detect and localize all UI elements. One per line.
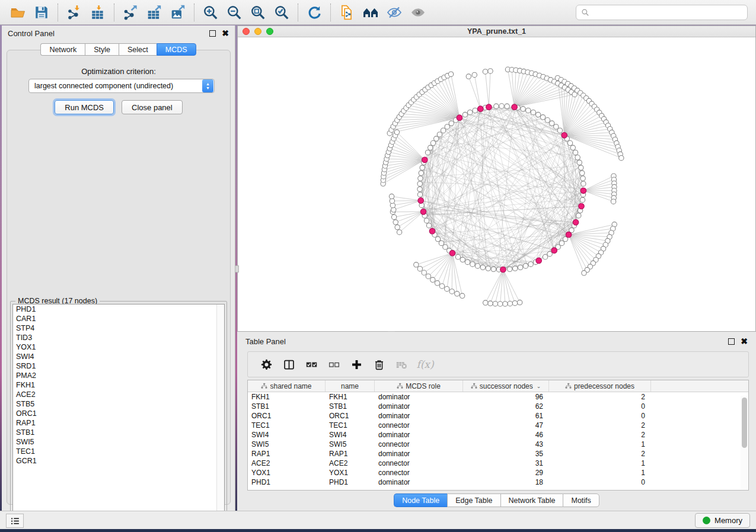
graph-leaf-node[interactable] — [619, 155, 624, 160]
graph-hub-node[interactable] — [429, 228, 435, 234]
graph-node[interactable] — [499, 104, 504, 108]
graph-node[interactable] — [455, 255, 460, 259]
hide-selected-button[interactable] — [382, 2, 406, 23]
graph-node[interactable] — [418, 176, 423, 181]
mcds-result-item[interactable]: PMA2 — [13, 371, 224, 380]
graph-node[interactable] — [579, 165, 583, 170]
graph-leaf-node[interactable] — [488, 69, 493, 73]
mcds-result-item[interactable]: SWI5 — [13, 437, 224, 447]
graph-node[interactable] — [523, 264, 528, 268]
graph-node[interactable] — [426, 223, 431, 227]
graph-leaf-node[interactable] — [422, 270, 426, 275]
graph-leaf-node[interactable] — [466, 74, 471, 79]
graph-leaf-node[interactable] — [393, 220, 398, 225]
tab-select[interactable]: Select — [119, 43, 157, 56]
mcds-result-item[interactable]: PHD1 — [13, 305, 224, 314]
zoom-in-button[interactable] — [199, 2, 222, 23]
mcds-result-item[interactable]: YOX1 — [13, 342, 224, 352]
graph-node[interactable] — [434, 136, 439, 141]
graph-leaf-node[interactable] — [426, 274, 430, 278]
graph-node[interactable] — [460, 257, 465, 262]
graph-leaf-node[interactable] — [517, 300, 522, 305]
graph-leaf-node[interactable] — [493, 302, 497, 306]
mcds-result-item[interactable]: RAP1 — [13, 418, 224, 428]
graph-hub-node[interactable] — [566, 232, 572, 238]
mcds-result-item[interactable]: STB1 — [13, 428, 224, 437]
graph-leaf-node[interactable] — [503, 302, 508, 306]
graph-node[interactable] — [424, 218, 429, 223]
graph-hub-node[interactable] — [457, 115, 462, 121]
optimization-criterion-select[interactable]: largest connected component (undirected)… — [28, 79, 215, 93]
add-button[interactable] — [345, 355, 368, 374]
graph-node[interactable] — [480, 265, 485, 270]
graph-leaf-node[interactable] — [512, 301, 517, 306]
graph-node[interactable] — [473, 108, 477, 113]
graph-node[interactable] — [441, 128, 445, 133]
mcds-result-item[interactable]: STP4 — [13, 323, 224, 333]
search-box[interactable] — [576, 5, 748, 20]
column-header-predecessor-nodes[interactable]: predecessor nodes — [549, 380, 651, 392]
graph-leaf-node[interactable] — [391, 214, 396, 219]
graph-node[interactable] — [540, 115, 545, 120]
mcds-result-item[interactable]: SRD1 — [13, 361, 224, 371]
node-table[interactable]: shared namenameMCDS rolesuccessor nodes⌄… — [247, 380, 749, 491]
graph-node[interactable] — [531, 110, 535, 115]
export-image-button[interactable] — [166, 2, 190, 23]
select-all-button[interactable] — [300, 355, 323, 374]
float-table-panel-icon[interactable] — [728, 338, 735, 345]
table-row[interactable]: FKH1FKH1dominator962 — [248, 392, 748, 402]
save-session-button[interactable] — [30, 2, 53, 23]
graph-node[interactable] — [430, 140, 435, 145]
graph-node[interactable] — [491, 267, 496, 271]
tab-motifs[interactable]: Motifs — [563, 493, 599, 507]
delete-table-button[interactable] — [390, 355, 413, 374]
tab-node-table[interactable]: Node Table — [394, 493, 447, 507]
first-neighbors-button[interactable] — [359, 2, 382, 23]
table-row[interactable]: TEC1TEC1connector472 — [248, 421, 748, 430]
graph-leaf-node[interactable] — [488, 301, 493, 306]
graph-node[interactable] — [575, 155, 580, 160]
graph-hub-node[interactable] — [536, 258, 542, 264]
graph-hub-node[interactable] — [512, 104, 518, 110]
table-row[interactable]: RAP1RAP1dominator352 — [248, 449, 748, 459]
graph-node[interactable] — [486, 266, 490, 271]
float-panel-icon[interactable] — [209, 30, 216, 37]
graph-node[interactable] — [526, 108, 531, 113]
graph-leaf-node[interactable] — [449, 289, 454, 294]
graph-node[interactable] — [445, 124, 449, 129]
function-button[interactable]: f(x) — [413, 355, 435, 374]
network-window-titlebar[interactable]: YPA_prune.txt_1 — [238, 26, 755, 37]
tab-style[interactable]: Style — [85, 43, 119, 56]
export-table-button[interactable] — [142, 2, 166, 23]
column-header-name[interactable]: name — [326, 380, 375, 392]
graph-node[interactable] — [417, 187, 422, 191]
close-table-panel-icon[interactable]: ✖ — [741, 338, 748, 345]
task-history-button[interactable] — [6, 514, 24, 528]
graph-node[interactable] — [573, 150, 578, 155]
graph-leaf-node[interactable] — [455, 291, 460, 296]
graph-leaf-node[interactable] — [430, 277, 435, 282]
share-document-button[interactable] — [335, 2, 359, 23]
graph-node[interactable] — [580, 176, 585, 181]
graph-hub-node[interactable] — [562, 132, 567, 138]
graph-node[interactable] — [567, 140, 572, 145]
graph-hub-node[interactable] — [486, 104, 492, 110]
graph-node[interactable] — [428, 145, 433, 150]
mcds-result-item[interactable]: FKH1 — [13, 380, 224, 390]
graph-leaf-node[interactable] — [611, 199, 615, 204]
graph-hub-node[interactable] — [580, 188, 586, 194]
deselect-all-button[interactable] — [323, 355, 345, 374]
graph-node[interactable] — [475, 264, 480, 268]
graph-node[interactable] — [462, 112, 467, 117]
graph-leaf-node[interactable] — [483, 69, 487, 74]
graph-node[interactable] — [417, 192, 422, 197]
vertical-splitter-handle[interactable] — [235, 265, 239, 273]
graph-hub-node[interactable] — [477, 106, 483, 112]
tab-network-table[interactable]: Network Table — [500, 493, 563, 507]
graph-hub-node[interactable] — [422, 157, 428, 163]
graph-node[interactable] — [545, 118, 550, 123]
graph-leaf-node[interactable] — [483, 300, 488, 305]
graph-hub-node[interactable] — [551, 248, 557, 254]
table-row[interactable]: SWI5SWI5connector431 — [248, 440, 748, 449]
network-graph[interactable] — [238, 37, 755, 331]
